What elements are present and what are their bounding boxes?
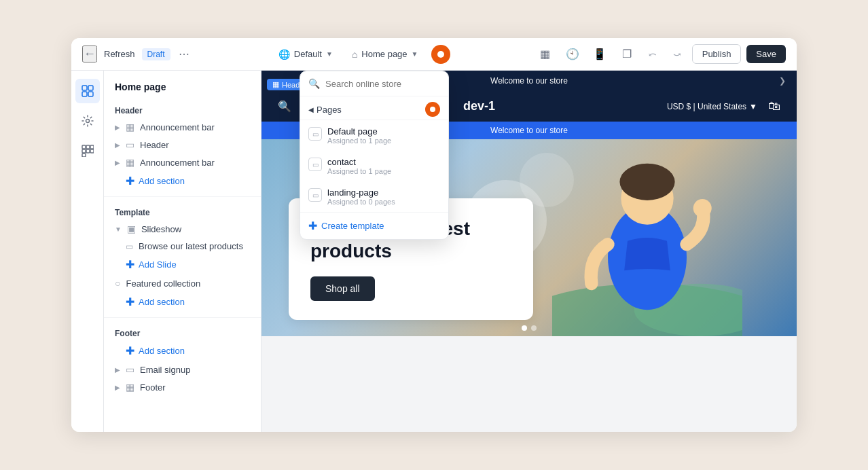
apps-icon-button[interactable] xyxy=(75,139,100,163)
dropdown-search-area: 🔍 xyxy=(300,71,448,96)
sidebar-item-email-signup[interactable]: ▶ ▭ Email signup xyxy=(104,361,261,378)
expand-icon-email: ▶ xyxy=(115,366,120,374)
home-icon: ⌂ xyxy=(352,49,357,60)
hero-dots xyxy=(522,325,537,331)
expand-view-button[interactable]: ❐ xyxy=(616,43,638,65)
shop-all-button[interactable]: Shop all xyxy=(310,276,375,301)
active-page-indicator xyxy=(425,102,440,117)
mobile-view-button[interactable]: 📱 xyxy=(589,43,611,65)
banner-close-button[interactable]: ❯ xyxy=(779,76,786,86)
top-bar-right: ▦ 🕙 📱 ❐ ⤺ ⤻ Publish Save xyxy=(535,43,786,65)
page-icon-contact: ▭ xyxy=(308,158,322,171)
store-nav-left: 🔍 xyxy=(278,100,291,113)
chevron-down-icon: ▼ xyxy=(326,50,333,58)
dropdown-search-icon: 🔍 xyxy=(308,78,320,89)
add-section-template-button[interactable]: ✚ Add section xyxy=(104,292,261,312)
back-button[interactable]: ← xyxy=(82,46,97,62)
page-selector[interactable]: ⌂ Home page ▼ xyxy=(346,46,424,62)
sections-icon-button[interactable] xyxy=(75,79,100,103)
plus-icon-template: ✚ xyxy=(126,295,134,308)
add-section-header-button[interactable]: ✚ Add section xyxy=(104,171,261,191)
slide-dot-2[interactable] xyxy=(531,325,537,331)
undo-button[interactable]: ⤺ xyxy=(643,45,662,64)
default-selector[interactable]: 🌐 Default ▼ xyxy=(273,46,338,62)
publish-button[interactable]: Publish xyxy=(692,44,742,64)
app-window: ← Refresh Draft ⋯ 🌐 Default ▼ ⌂ Home pag… xyxy=(71,38,797,432)
svg-rect-3 xyxy=(88,92,93,96)
dropdown-pages-header: ◀ Pages xyxy=(300,96,448,120)
sidebar-item-featured-collection[interactable]: ○ Featured collection xyxy=(104,274,261,292)
svg-point-16 xyxy=(619,164,674,200)
apps-icon xyxy=(82,145,94,157)
refresh-label[interactable]: Refresh xyxy=(104,49,135,59)
nav-search-icon[interactable]: 🔍 xyxy=(278,100,291,113)
select-view-button[interactable]: ▦ xyxy=(535,43,556,65)
svg-rect-6 xyxy=(86,145,90,149)
slideshow-icon: ▣ xyxy=(127,223,136,234)
expand-icon-3: ▶ xyxy=(115,159,120,166)
svg-rect-10 xyxy=(90,149,94,153)
create-template-button[interactable]: ✚ Create template xyxy=(300,213,448,239)
svg-rect-0 xyxy=(82,86,87,90)
divider-2 xyxy=(104,317,261,318)
currency-selector[interactable]: USD $ | United States ▼ xyxy=(667,102,757,111)
sidebar-page-title: Home page xyxy=(104,79,261,101)
sidebar-panel: Home page Header ▶ ▦ Announcement bar ▶ … xyxy=(104,71,261,432)
featured-collection-icon: ○ xyxy=(115,278,120,289)
back-to-pages-button[interactable]: ◀ Pages xyxy=(308,105,342,115)
header-tag-icon: ▦ xyxy=(272,80,279,89)
plus-icon-footer: ✚ xyxy=(126,344,134,357)
top-bar: ← Refresh Draft ⋯ 🌐 Default ▼ ⌂ Home pag… xyxy=(71,38,797,71)
draft-badge: Draft xyxy=(142,48,170,60)
settings-icon xyxy=(82,115,94,127)
announcement-icon-1: ▦ xyxy=(126,122,134,132)
plus-icon-slide: ✚ xyxy=(126,258,134,271)
sections-icon xyxy=(82,85,94,97)
add-section-footer-button[interactable]: ✚ Add section xyxy=(104,341,261,361)
slide-dot-1[interactable] xyxy=(522,325,527,331)
sidebar-item-slideshow[interactable]: ▼ ▣ Slideshow xyxy=(104,220,261,238)
settings-icon-button[interactable] xyxy=(75,109,100,133)
currency-chevron: ▼ xyxy=(749,102,757,111)
search-online-store-input[interactable] xyxy=(325,79,440,89)
page-icon-default: ▭ xyxy=(308,127,322,141)
sidebar-item-footer[interactable]: ▶ ▦ Footer xyxy=(104,378,261,396)
globe-icon: 🌐 xyxy=(278,49,290,60)
svg-rect-11 xyxy=(82,153,86,157)
sidebar-item-announcement-bar-2[interactable]: ▶ ▦ Announcement bar xyxy=(104,153,261,171)
expand-icon-1: ▶ xyxy=(115,124,120,131)
plus-icon-header: ✚ xyxy=(126,175,134,187)
announcement-icon-2: ▦ xyxy=(126,157,134,168)
pages-dropdown[interactable]: 🔍 ◀ Pages ▭ Default page xyxy=(300,71,449,240)
dropdown-item-text-default: Default page Assigned to 1 page xyxy=(327,126,391,145)
template-section-label: Template xyxy=(104,202,261,220)
svg-rect-5 xyxy=(82,145,86,149)
sidebar-icons xyxy=(71,71,104,432)
sidebar-item-header[interactable]: ▶ ▭ Header xyxy=(104,136,261,153)
dropdown-item-text-landing: landing-page Assigned to 0 pages xyxy=(327,187,395,206)
page-icon-landing: ▭ xyxy=(308,188,322,202)
sidebar-item-announcement-bar-1[interactable]: ▶ ▦ Announcement bar xyxy=(104,118,261,136)
add-slide-button[interactable]: ✚ Add Slide xyxy=(104,255,261,274)
svg-rect-2 xyxy=(82,92,87,96)
sidebar-item-browse-slide[interactable]: ▭ Browse our latest products xyxy=(104,238,261,255)
desktop-view-button[interactable]: 🕙 xyxy=(562,43,583,65)
svg-rect-1 xyxy=(88,86,93,90)
expand-icon-2: ▶ xyxy=(115,141,120,149)
plus-icon-create-template: ✚ xyxy=(308,219,317,232)
redo-button[interactable]: ⤻ xyxy=(668,45,687,64)
svg-rect-9 xyxy=(86,149,90,153)
store-nav-right: USD $ | United States ▼ 🛍 xyxy=(667,99,780,113)
more-options-button[interactable]: ⋯ xyxy=(179,48,189,60)
svg-point-4 xyxy=(86,120,89,123)
back-chevron-icon: ◀ xyxy=(308,106,314,113)
dropdown-item-contact[interactable]: ▭ contact Assigned to 1 page xyxy=(300,151,448,181)
svg-rect-8 xyxy=(82,149,86,153)
dropdown-item-default-page[interactable]: ▭ Default page Assigned to 1 page xyxy=(300,120,448,151)
save-button[interactable]: Save xyxy=(746,45,786,63)
top-bar-left: ← Refresh Draft ⋯ xyxy=(82,46,189,62)
dropdown-item-text-contact: contact Assigned to 1 page xyxy=(327,157,391,175)
dropdown-item-landing-page[interactable]: ▭ landing-page Assigned to 0 pages xyxy=(300,181,448,212)
cart-icon[interactable]: 🛍 xyxy=(768,99,780,113)
main-content: Home page Header ▶ ▦ Announcement bar ▶ … xyxy=(71,71,797,432)
